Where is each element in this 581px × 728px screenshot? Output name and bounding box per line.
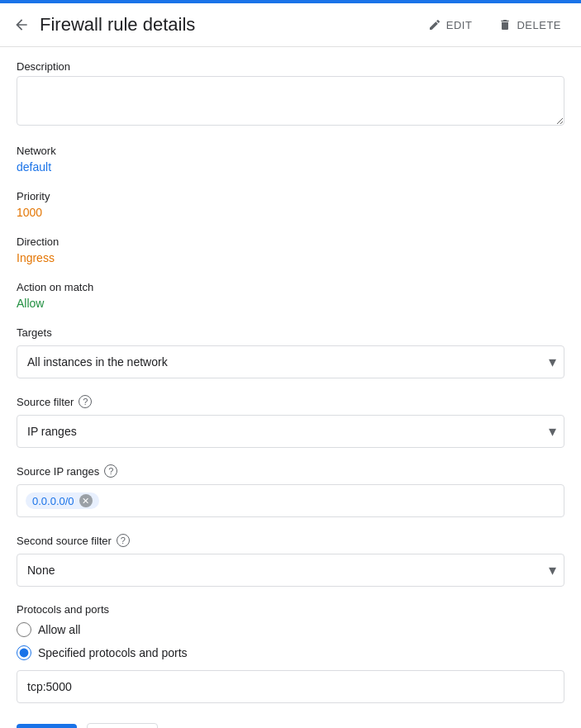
network-value: default <box>17 160 564 174</box>
radio-group: Allow all Specified protocols and ports <box>17 622 564 660</box>
second-source-help-icon[interactable]: ? <box>117 534 130 547</box>
source-filter-label: Source filter ? <box>17 395 564 408</box>
back-icon[interactable] <box>13 17 30 33</box>
network-label: Network <box>17 145 564 157</box>
allow-all-label: Allow all <box>38 623 80 636</box>
form-content: Description Network default Priority 100… <box>0 47 581 728</box>
second-source-label: Second source filter ? <box>17 534 564 547</box>
actions-bar: Save Cancel <box>17 723 564 728</box>
source-ip-help-icon[interactable]: ? <box>104 464 117 478</box>
page-header: Firewall rule details EDIT DELETE <box>0 3 581 47</box>
action-label: Action on match <box>17 281 564 293</box>
cancel-button[interactable]: Cancel <box>87 723 158 728</box>
ip-chip-value: 0.0.0.0/0 <box>32 495 74 507</box>
specified-radio-item[interactable]: Specified protocols and ports <box>17 645 564 660</box>
edit-button[interactable]: EDIT <box>421 13 479 36</box>
allow-all-radio-item[interactable]: Allow all <box>17 622 564 637</box>
specified-label: Specified protocols and ports <box>38 646 188 659</box>
header-actions: EDIT DELETE <box>421 13 568 36</box>
action-value: Allow <box>17 297 564 310</box>
network-group: Network default <box>17 145 564 174</box>
source-filter-select[interactable]: IP ranges Source tags None <box>17 415 564 448</box>
protocols-section: Protocols and ports Allow all Specified … <box>17 603 564 703</box>
targets-label: Targets <box>17 326 564 339</box>
action-group: Action on match Allow <box>17 281 564 310</box>
priority-label: Priority <box>17 190 564 202</box>
description-label: Description <box>17 60 564 73</box>
targets-select-wrapper: All instances in the network Specified t… <box>17 345 564 378</box>
source-ip-field[interactable]: 0.0.0.0/0 ✕ <box>17 484 564 517</box>
ports-input[interactable] <box>17 670 564 703</box>
targets-group: Targets All instances in the network Spe… <box>17 326 564 378</box>
second-source-select[interactable]: None Source tags IP ranges <box>17 554 564 587</box>
description-input[interactable] <box>17 76 564 126</box>
delete-label: DELETE <box>517 19 561 31</box>
specified-radio[interactable] <box>17 645 31 660</box>
targets-select[interactable]: All instances in the network Specified t… <box>17 345 564 378</box>
delete-button[interactable]: DELETE <box>492 13 568 36</box>
source-ip-label: Source IP ranges ? <box>17 464 564 478</box>
page-title: Firewall rule details <box>40 14 412 36</box>
priority-value: 1000 <box>17 206 564 219</box>
allow-all-radio[interactable] <box>17 622 31 637</box>
direction-value: Ingress <box>17 251 564 264</box>
ip-chip-remove[interactable]: ✕ <box>79 494 93 507</box>
second-source-group: Second source filter ? None Source tags … <box>17 534 564 587</box>
source-ip-group: Source IP ranges ? 0.0.0.0/0 ✕ <box>17 464 564 517</box>
source-filter-select-wrapper: IP ranges Source tags None ▾ <box>17 415 564 448</box>
source-filter-help-icon[interactable]: ? <box>79 395 92 408</box>
edit-label: EDIT <box>446 19 473 31</box>
priority-group: Priority 1000 <box>17 190 564 219</box>
description-group: Description <box>17 60 564 128</box>
second-source-select-wrapper: None Source tags IP ranges ▾ <box>17 554 564 587</box>
source-filter-group: Source filter ? IP ranges Source tags No… <box>17 395 564 448</box>
direction-group: Direction Ingress <box>17 236 564 264</box>
direction-label: Direction <box>17 236 564 248</box>
ip-chip: 0.0.0.0/0 ✕ <box>26 492 99 509</box>
protocols-label: Protocols and ports <box>17 603 564 616</box>
save-button[interactable]: Save <box>17 724 77 728</box>
